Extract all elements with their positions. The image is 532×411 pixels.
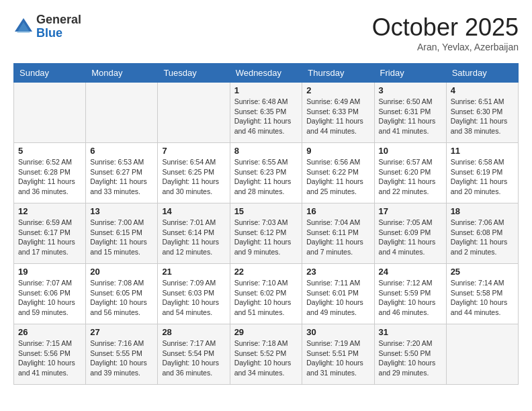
logo: General Blue [13, 13, 81, 40]
calendar-cell: 22Sunrise: 7:10 AMSunset: 6:02 PMDayligh… [230, 264, 302, 324]
day-info: Sunrise: 6:54 AMSunset: 6:25 PMDaylight:… [162, 157, 225, 197]
day-info: Sunrise: 7:18 AMSunset: 5:52 PMDaylight:… [234, 338, 298, 378]
logo-blue: Blue [36, 27, 81, 40]
calendar-cell: 6Sunrise: 6:53 AMSunset: 6:27 PMDaylight… [86, 143, 158, 203]
calendar-cell: 13Sunrise: 7:00 AMSunset: 6:15 PMDayligh… [86, 203, 158, 264]
calendar-cell: 29Sunrise: 7:18 AMSunset: 5:52 PMDayligh… [230, 324, 302, 385]
calendar-week-row: 26Sunrise: 7:15 AMSunset: 5:56 PMDayligh… [14, 324, 519, 385]
calendar-cell: 18Sunrise: 7:06 AMSunset: 6:08 PMDayligh… [446, 203, 518, 264]
day-number: 16 [306, 206, 369, 216]
logo-general: General [36, 13, 81, 27]
calendar-cell: 14Sunrise: 7:01 AMSunset: 6:14 PMDayligh… [158, 203, 230, 264]
day-info: Sunrise: 7:05 AMSunset: 6:09 PMDaylight:… [379, 218, 442, 257]
day-number: 12 [18, 206, 81, 216]
day-number: 31 [379, 327, 442, 337]
day-number: 2 [306, 85, 369, 95]
day-info: Sunrise: 7:19 AMSunset: 5:51 PMDaylight:… [306, 338, 369, 378]
calendar-cell: 28Sunrise: 7:17 AMSunset: 5:54 PMDayligh… [158, 324, 230, 385]
day-number: 18 [451, 206, 514, 216]
day-number: 7 [162, 146, 225, 156]
calendar-cell: 7Sunrise: 6:54 AMSunset: 6:25 PMDaylight… [158, 143, 230, 203]
calendar-cell: 10Sunrise: 6:57 AMSunset: 6:20 PMDayligh… [374, 143, 446, 203]
day-number: 24 [379, 267, 442, 277]
weekday-header: Wednesday [230, 64, 302, 83]
calendar-cell: 27Sunrise: 7:16 AMSunset: 5:55 PMDayligh… [86, 324, 158, 385]
day-info: Sunrise: 7:09 AMSunset: 6:03 PMDaylight:… [162, 278, 225, 318]
calendar-cell: 30Sunrise: 7:19 AMSunset: 5:51 PMDayligh… [302, 324, 374, 385]
day-info: Sunrise: 6:57 AMSunset: 6:20 PMDaylight:… [379, 157, 442, 197]
weekday-header: Monday [86, 64, 158, 83]
calendar-week-row: 1Sunrise: 6:48 AMSunset: 6:35 PMDaylight… [14, 83, 519, 143]
day-number: 21 [162, 267, 225, 277]
day-info: Sunrise: 6:55 AMSunset: 6:23 PMDaylight:… [234, 157, 298, 197]
weekday-header: Friday [374, 64, 446, 83]
logo-icon [13, 17, 34, 37]
calendar-cell: 23Sunrise: 7:11 AMSunset: 6:01 PMDayligh… [302, 264, 374, 324]
day-number: 8 [234, 146, 298, 156]
day-number: 20 [90, 267, 153, 277]
day-number: 28 [162, 327, 225, 337]
day-info: Sunrise: 7:11 AMSunset: 6:01 PMDaylight:… [306, 278, 369, 318]
day-info: Sunrise: 6:48 AMSunset: 6:35 PMDaylight:… [234, 97, 298, 136]
calendar-cell: 11Sunrise: 6:58 AMSunset: 6:19 PMDayligh… [446, 143, 518, 203]
day-info: Sunrise: 7:12 AMSunset: 5:59 PMDaylight:… [379, 278, 442, 318]
day-info: Sunrise: 6:53 AMSunset: 6:27 PMDaylight:… [90, 157, 153, 197]
calendar-week-row: 12Sunrise: 6:59 AMSunset: 6:17 PMDayligh… [14, 203, 519, 264]
day-number: 26 [18, 327, 81, 337]
day-info: Sunrise: 7:03 AMSunset: 6:12 PMDaylight:… [234, 218, 298, 257]
calendar-cell: 15Sunrise: 7:03 AMSunset: 6:12 PMDayligh… [230, 203, 302, 264]
calendar-week-row: 19Sunrise: 7:07 AMSunset: 6:06 PMDayligh… [14, 264, 519, 324]
calendar-cell: 5Sunrise: 6:52 AMSunset: 6:28 PMDaylight… [14, 143, 86, 203]
calendar-cell: 2Sunrise: 6:49 AMSunset: 6:33 PMDaylight… [302, 83, 374, 143]
day-number: 29 [234, 327, 298, 337]
calendar-table: SundayMondayTuesdayWednesdayThursdayFrid… [13, 63, 519, 385]
calendar-cell: 1Sunrise: 6:48 AMSunset: 6:35 PMDaylight… [230, 83, 302, 143]
day-number: 13 [90, 206, 153, 216]
page-header: General Blue October 2025 Aran, Yevlax, … [13, 13, 519, 52]
calendar-cell: 21Sunrise: 7:09 AMSunset: 6:03 PMDayligh… [158, 264, 230, 324]
logo-text: General Blue [36, 13, 81, 40]
calendar-cell: 20Sunrise: 7:08 AMSunset: 6:05 PMDayligh… [86, 264, 158, 324]
calendar-cell: 3Sunrise: 6:50 AMSunset: 6:31 PMDaylight… [374, 83, 446, 143]
calendar-cell [86, 83, 158, 143]
calendar-cell: 31Sunrise: 7:20 AMSunset: 5:50 PMDayligh… [374, 324, 446, 385]
calendar-cell: 12Sunrise: 6:59 AMSunset: 6:17 PMDayligh… [14, 203, 86, 264]
day-number: 30 [306, 327, 369, 337]
location: Aran, Yevlax, Azerbaijan [372, 42, 519, 52]
day-number: 9 [306, 146, 369, 156]
day-number: 19 [18, 267, 81, 277]
day-number: 23 [306, 267, 369, 277]
calendar-cell: 24Sunrise: 7:12 AMSunset: 5:59 PMDayligh… [374, 264, 446, 324]
calendar-cell: 4Sunrise: 6:51 AMSunset: 6:30 PMDaylight… [446, 83, 518, 143]
calendar-cell: 8Sunrise: 6:55 AMSunset: 6:23 PMDaylight… [230, 143, 302, 203]
day-info: Sunrise: 7:14 AMSunset: 5:58 PMDaylight:… [451, 278, 514, 318]
day-info: Sunrise: 7:04 AMSunset: 6:11 PMDaylight:… [306, 218, 369, 257]
calendar-cell [14, 83, 86, 143]
day-info: Sunrise: 7:20 AMSunset: 5:50 PMDaylight:… [379, 338, 442, 378]
calendar-cell: 25Sunrise: 7:14 AMSunset: 5:58 PMDayligh… [446, 264, 518, 324]
day-number: 27 [90, 327, 153, 337]
day-info: Sunrise: 6:51 AMSunset: 6:30 PMDaylight:… [451, 97, 514, 136]
day-number: 6 [90, 146, 153, 156]
day-number: 3 [379, 85, 442, 95]
day-number: 17 [379, 206, 442, 216]
day-info: Sunrise: 6:58 AMSunset: 6:19 PMDaylight:… [451, 157, 514, 197]
day-info: Sunrise: 6:59 AMSunset: 6:17 PMDaylight:… [18, 218, 81, 257]
day-number: 15 [234, 206, 298, 216]
day-info: Sunrise: 6:50 AMSunset: 6:31 PMDaylight:… [379, 97, 442, 136]
calendar-cell [446, 324, 518, 385]
day-info: Sunrise: 7:01 AMSunset: 6:14 PMDaylight:… [162, 218, 225, 257]
day-info: Sunrise: 6:56 AMSunset: 6:22 PMDaylight:… [306, 157, 369, 197]
weekday-header-row: SundayMondayTuesdayWednesdayThursdayFrid… [14, 64, 519, 83]
day-info: Sunrise: 6:52 AMSunset: 6:28 PMDaylight:… [18, 157, 81, 197]
weekday-header: Tuesday [158, 64, 230, 83]
title-block: October 2025 Aran, Yevlax, Azerbaijan [372, 13, 519, 52]
calendar-cell: 17Sunrise: 7:05 AMSunset: 6:09 PMDayligh… [374, 203, 446, 264]
calendar-cell [158, 83, 230, 143]
calendar-cell: 9Sunrise: 6:56 AMSunset: 6:22 PMDaylight… [302, 143, 374, 203]
calendar-week-row: 5Sunrise: 6:52 AMSunset: 6:28 PMDaylight… [14, 143, 519, 203]
day-info: Sunrise: 7:08 AMSunset: 6:05 PMDaylight:… [90, 278, 153, 318]
day-number: 10 [379, 146, 442, 156]
day-number: 14 [162, 206, 225, 216]
month-title: October 2025 [372, 13, 519, 42]
